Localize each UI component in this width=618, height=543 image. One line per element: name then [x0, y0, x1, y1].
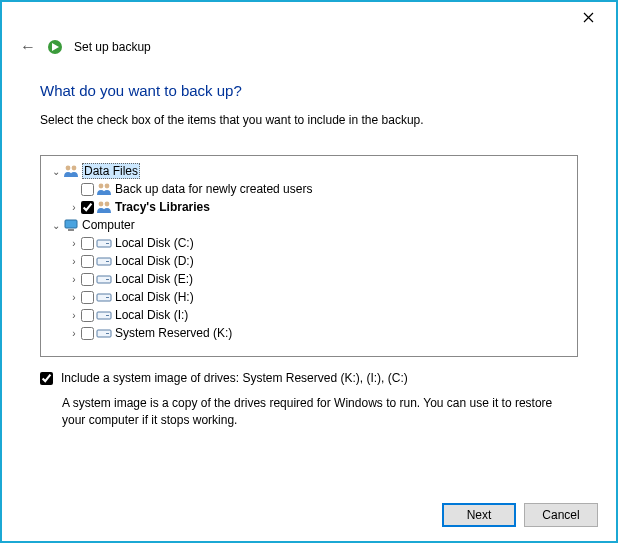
drive-icon [96, 308, 112, 322]
expander-icon[interactable]: ⌄ [49, 220, 63, 231]
tree-label: Computer [82, 218, 135, 232]
close-icon [583, 12, 594, 23]
svg-rect-12 [106, 261, 109, 262]
tree-label: Local Disk (H:) [115, 290, 194, 304]
tree-node-disk-h[interactable]: › Local Disk (H:) [45, 288, 573, 306]
svg-point-3 [99, 184, 104, 189]
tree-node-disk-c[interactable]: › Local Disk (C:) [45, 234, 573, 252]
expander-icon[interactable]: › [67, 328, 81, 339]
wizard-title: Set up backup [74, 40, 151, 54]
users-icon [96, 200, 112, 214]
checkbox-disk-d[interactable] [81, 255, 94, 268]
svg-rect-7 [65, 220, 77, 228]
svg-point-1 [66, 166, 71, 171]
tree-node-disk-d[interactable]: › Local Disk (D:) [45, 252, 573, 270]
back-button[interactable]: ← [20, 39, 36, 55]
checkbox-disk-i[interactable] [81, 309, 94, 322]
expander-icon[interactable]: › [67, 274, 81, 285]
checkbox-new-users[interactable] [81, 183, 94, 196]
titlebar [2, 2, 616, 32]
system-image-option: Include a system image of drives: System… [40, 371, 578, 385]
svg-point-6 [105, 202, 110, 207]
tree-node-computer[interactable]: ⌄ Computer [45, 216, 573, 234]
button-row: Next Cancel [442, 503, 598, 527]
wizard-header: ← Set up backup [2, 32, 616, 56]
expander-icon[interactable]: › [67, 256, 81, 267]
checkbox-disk-k[interactable] [81, 327, 94, 340]
computer-icon [63, 218, 79, 232]
svg-point-5 [99, 202, 104, 207]
tree-label: System Reserved (K:) [115, 326, 232, 340]
expander-icon[interactable]: › [67, 292, 81, 303]
page-heading: What do you want to back up? [40, 82, 578, 99]
checkbox-disk-h[interactable] [81, 291, 94, 304]
tree-label: Local Disk (I:) [115, 308, 188, 322]
tree-node-disk-i[interactable]: › Local Disk (I:) [45, 306, 573, 324]
checkbox-tracy[interactable] [81, 201, 94, 214]
drive-icon [96, 236, 112, 250]
expander-icon[interactable]: › [67, 202, 81, 213]
checkbox-disk-e[interactable] [81, 273, 94, 286]
svg-rect-10 [106, 243, 109, 244]
svg-rect-16 [106, 297, 109, 298]
svg-rect-18 [106, 315, 109, 316]
wizard-icon [46, 38, 64, 56]
users-icon [96, 182, 112, 196]
checkbox-disk-c[interactable] [81, 237, 94, 250]
content-area: What do you want to back up? Select the … [2, 56, 616, 429]
drive-icon [96, 272, 112, 286]
tree-label: Local Disk (D:) [115, 254, 194, 268]
svg-rect-14 [106, 279, 109, 280]
tree-node-disk-e[interactable]: › Local Disk (E:) [45, 270, 573, 288]
tree-label: Local Disk (C:) [115, 236, 194, 250]
drive-icon [96, 326, 112, 340]
next-button[interactable]: Next [442, 503, 516, 527]
drive-icon [96, 254, 112, 268]
svg-rect-20 [106, 333, 109, 334]
checkbox-system-image[interactable] [40, 372, 53, 385]
users-icon [63, 164, 79, 178]
system-image-description: A system image is a copy of the drives r… [62, 395, 578, 429]
drive-icon [96, 290, 112, 304]
backup-tree[interactable]: ⌄ Data Files › Back up data for newly cr… [40, 155, 578, 357]
page-instruction: Select the check box of the items that y… [40, 113, 578, 127]
tree-node-data-files[interactable]: ⌄ Data Files [45, 162, 573, 180]
svg-rect-8 [68, 229, 74, 231]
tree-label: Back up data for newly created users [115, 182, 312, 196]
cancel-button[interactable]: Cancel [524, 503, 598, 527]
expander-icon[interactable]: › [67, 310, 81, 321]
expander-icon[interactable]: ⌄ [49, 166, 63, 177]
tree-label: Data Files [82, 163, 140, 179]
svg-point-2 [72, 166, 77, 171]
system-image-label: Include a system image of drives: System… [61, 371, 408, 385]
tree-label: Tracy's Libraries [115, 200, 210, 214]
close-button[interactable] [568, 4, 608, 30]
tree-node-new-users[interactable]: › Back up data for newly created users [45, 180, 573, 198]
tree-node-disk-k[interactable]: › System Reserved (K:) [45, 324, 573, 342]
svg-point-4 [105, 184, 110, 189]
tree-label: Local Disk (E:) [115, 272, 193, 286]
expander-icon[interactable]: › [67, 238, 81, 249]
tree-node-tracy-libraries[interactable]: › Tracy's Libraries [45, 198, 573, 216]
